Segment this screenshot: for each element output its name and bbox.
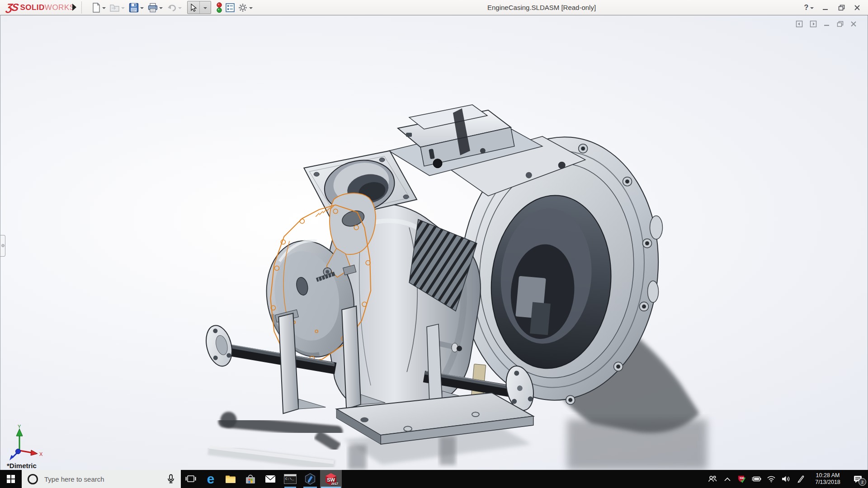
window-controls: ? (803, 0, 863, 15)
rebuild-traffic-light-icon (216, 2, 222, 13)
select-tool-caret[interactable] (199, 1, 211, 14)
undo-caret[interactable] (178, 7, 182, 9)
task-view-button[interactable] (181, 470, 201, 488)
close-button[interactable] (851, 2, 863, 14)
logo-text-light: WORKS (45, 3, 75, 12)
document-title: EngineCasing.SLDASM [Read-only] (487, 0, 596, 15)
solidworks-window: ƷS SOLID WORKS (0, 0, 868, 488)
triad-y-label: Y (18, 424, 21, 429)
triad-x-label: X (39, 451, 43, 457)
previous-pane-icon[interactable] (796, 20, 803, 28)
new-document-icon (92, 3, 101, 13)
cortana-icon (28, 474, 38, 484)
file-properties-button[interactable] (224, 1, 236, 14)
next-pane-icon[interactable] (810, 20, 817, 28)
tray-time: 10:28 AM (815, 472, 840, 479)
task-view-icon (185, 474, 196, 483)
undo-button[interactable] (165, 1, 184, 14)
select-cursor-icon[interactable] (188, 1, 199, 14)
action-center-button[interactable]: 2 (847, 470, 868, 488)
feature-manager-collapsed-tab[interactable] (0, 235, 5, 257)
taskbar-app-store[interactable] (241, 470, 260, 488)
start-button[interactable] (0, 470, 22, 488)
taskbar-app-edrawings[interactable] (300, 470, 320, 488)
options-gear-icon (238, 3, 248, 13)
new-document-button[interactable] (90, 1, 108, 14)
pane-tab-dot (1, 244, 5, 247)
new-document-caret[interactable] (102, 7, 106, 9)
document-restore-button[interactable] (837, 21, 844, 27)
save-button[interactable] (127, 1, 146, 14)
print-icon (148, 3, 158, 13)
file-properties-icon (225, 3, 235, 13)
options-caret[interactable] (249, 7, 253, 9)
open-caret[interactable] (121, 7, 125, 9)
svg-text:SW: SW (740, 477, 744, 479)
help-button[interactable]: ? (803, 2, 816, 14)
rebuild-button[interactable] (215, 1, 224, 14)
logo-text-bold: SOLID (20, 3, 44, 12)
select-tool-button[interactable] (187, 1, 211, 14)
open-button[interactable] (108, 1, 127, 14)
taskbar-app-command-prompt[interactable]: C:\_ (280, 470, 300, 488)
menu-expand-arrow[interactable] (72, 4, 76, 11)
open-folder-icon (110, 3, 120, 12)
microphone-icon[interactable] (166, 474, 175, 484)
command-prompt-icon: C:\_ (284, 474, 297, 484)
view-orientation-label: *Dimetric (7, 462, 37, 469)
mail-icon (264, 474, 276, 483)
title-bar: ƷS SOLID WORKS (0, 0, 868, 15)
taskbar-app-solidworks[interactable]: SW 2017 (320, 470, 342, 488)
taskbar-app-mail[interactable] (260, 470, 280, 488)
tray-overflow-chevron-icon[interactable] (721, 470, 734, 488)
print-button[interactable] (146, 1, 165, 14)
quick-access-toolbar (90, 0, 255, 15)
print-caret[interactable] (159, 7, 163, 9)
file-explorer-icon (225, 474, 236, 484)
document-minimize-button[interactable] (824, 21, 830, 27)
taskbar-app-file-explorer[interactable] (221, 470, 241, 488)
taskbar-search[interactable] (22, 470, 181, 488)
people-icon[interactable] (704, 470, 721, 488)
orientation-triad: Y X (3, 424, 46, 465)
solidworks-logo-mark-icon: ƷS (5, 1, 19, 14)
windows-ink-pen-icon[interactable] (793, 470, 808, 488)
system-tray: SW (704, 470, 868, 488)
battery-icon[interactable] (749, 470, 764, 488)
tray-clock[interactable]: 10:28 AM 7/13/2018 (808, 470, 847, 488)
save-floppy-icon (129, 3, 139, 13)
notification-badge: 2 (859, 478, 866, 486)
options-button[interactable] (236, 1, 255, 14)
document-close-button[interactable] (850, 21, 857, 27)
taskbar-app-edge[interactable]: e (201, 470, 221, 488)
edge-icon: e (207, 472, 215, 486)
solidworks-logo: ƷS SOLID WORKS (6, 2, 75, 13)
undo-icon (167, 3, 177, 12)
minimize-button[interactable] (819, 2, 832, 14)
solidworks-2017-icon: SW 2017 (324, 472, 338, 486)
search-input[interactable] (43, 475, 166, 483)
volume-icon[interactable] (778, 470, 793, 488)
edrawings-icon (304, 473, 316, 485)
save-caret[interactable] (140, 7, 144, 9)
solidworks-resource-monitor-icon[interactable]: SW (734, 470, 749, 488)
windows-logo-icon (7, 475, 15, 483)
tray-date: 7/13/2018 (815, 479, 840, 486)
engine-casing-model[interactable] (0, 15, 868, 470)
graphics-area[interactable]: Y X *Dimetric (0, 15, 868, 470)
toolbar-separator (81, 1, 82, 14)
restore-button[interactable] (835, 2, 848, 14)
document-window-controls (796, 20, 857, 28)
windows-taskbar: e (0, 470, 868, 488)
store-icon (245, 474, 256, 484)
wifi-icon[interactable] (764, 470, 778, 488)
